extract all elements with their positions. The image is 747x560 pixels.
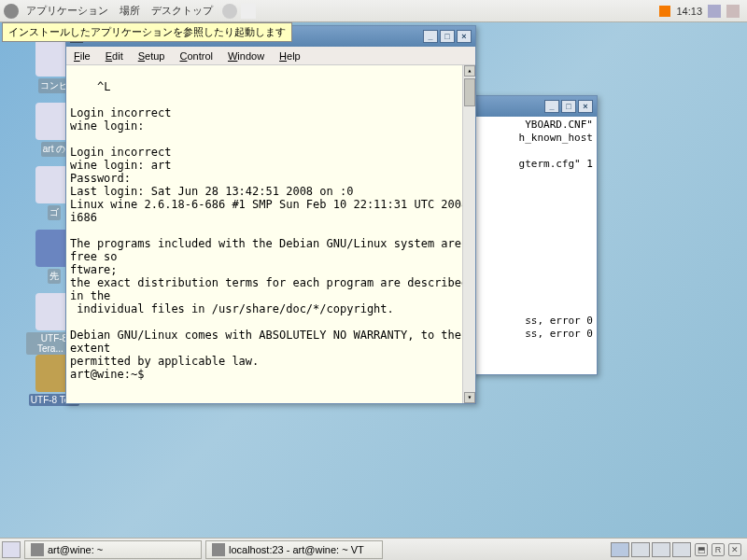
scroll-up-icon[interactable]: ▴ [464, 65, 475, 77]
terminal-scrollbar[interactable]: ▴ ▾ [462, 65, 475, 403]
terminal-icon [212, 543, 225, 556]
update-notifier-icon[interactable] [659, 6, 670, 17]
terminal-text: ^L Login incorrect wine login: Login inc… [70, 80, 475, 381]
workspace-pager [611, 542, 695, 557]
workspace-2[interactable] [631, 542, 650, 557]
menu-help[interactable]: Help [272, 50, 308, 62]
tray-icon-1[interactable]: ⬒ [695, 543, 708, 556]
bottom-panel: art@wine: ~ localhost:23 - art@wine: ~ V… [0, 538, 747, 560]
browser-icon[interactable] [222, 4, 237, 19]
scroll-thumb[interactable] [464, 78, 475, 106]
gnome-foot-icon[interactable] [4, 4, 19, 19]
scroll-down-icon[interactable]: ▾ [464, 392, 475, 403]
workspace-3[interactable] [652, 542, 670, 557]
task-button-1[interactable]: art@wine: ~ [24, 540, 202, 559]
menu-setup[interactable]: Setup [131, 50, 173, 62]
workspace-4[interactable] [672, 542, 691, 557]
maximize-button[interactable]: □ [561, 100, 576, 113]
maximize-button[interactable]: □ [440, 30, 455, 43]
network-icon[interactable] [726, 5, 740, 18]
task-button-2[interactable]: localhost:23 - art@wine: ~ VT [205, 540, 383, 559]
main-terminal-window[interactable]: t@wine: ~ VT _ □ × File Edit Setup Contr… [65, 25, 476, 404]
terminal-body[interactable]: ^L Login incorrect wine login: Login inc… [66, 65, 475, 403]
menu-desktop[interactable]: デスクトップ [146, 4, 218, 18]
menu-applications[interactable]: アプリケーション [21, 4, 114, 18]
close-button[interactable]: × [578, 100, 593, 113]
menu-file[interactable]: File [66, 50, 98, 62]
close-button[interactable]: × [457, 30, 472, 43]
menu-places[interactable]: 場所 [114, 4, 146, 18]
top-panel: アプリケーション 場所 デスクトップ 14:13 [0, 0, 747, 22]
tray-icon-r[interactable]: R [712, 543, 725, 556]
minimize-button[interactable]: _ [423, 30, 438, 43]
terminal-icon [31, 543, 44, 556]
mail-icon[interactable] [241, 4, 256, 19]
volume-icon[interactable] [708, 5, 721, 18]
show-desktop-button[interactable] [2, 541, 21, 558]
menu-edit[interactable]: Edit [98, 50, 131, 62]
menubar: File Edit Setup Control Window Help [66, 47, 475, 65]
menu-window[interactable]: Window [220, 50, 272, 62]
minimize-button[interactable]: _ [544, 100, 559, 113]
system-tray: 14:13 [659, 5, 743, 18]
clock[interactable]: 14:13 [676, 6, 702, 17]
tray-icon-x[interactable]: ✕ [728, 543, 741, 556]
tooltip: インストールしたアプリケーションを参照したり起動します [2, 22, 292, 42]
workspace-1[interactable] [611, 542, 629, 557]
menu-control[interactable]: Control [172, 50, 219, 62]
